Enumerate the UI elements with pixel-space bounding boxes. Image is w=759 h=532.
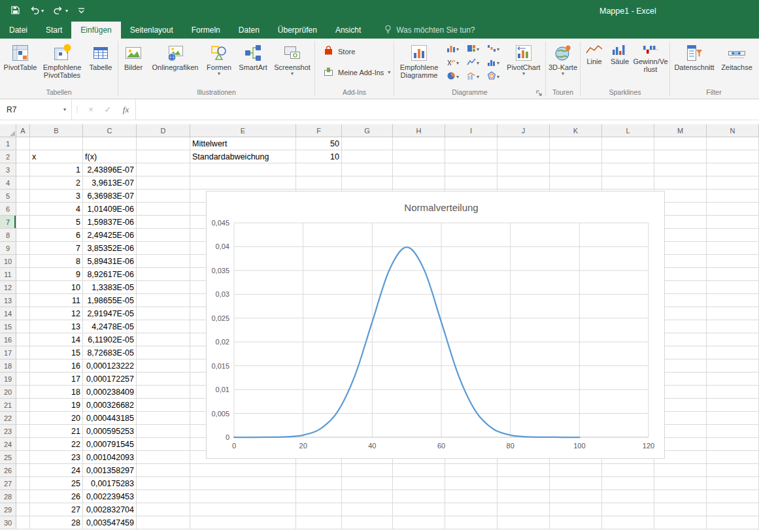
row-header-4[interactable]: 4 [0,176,16,190]
tab-daten[interactable]: Daten [229,22,269,39]
cell-N25[interactable] [707,451,759,464]
cell-B29[interactable]: 27 [30,503,83,516]
cell-M30[interactable] [654,516,707,529]
cell-K3[interactable] [550,163,602,176]
cell-A13[interactable] [16,294,30,307]
cell-N21[interactable] [707,399,759,412]
cell-I26[interactable] [445,464,498,477]
redo-button[interactable]: ▾ [54,5,68,17]
cell-B14[interactable]: 12 [30,307,83,320]
cell-B13[interactable]: 11 [30,294,83,307]
cell-C30[interactable]: 0,003547459 [83,516,137,529]
row-header-18[interactable]: 18 [0,359,16,373]
cell-D28[interactable] [137,490,190,503]
column-header-D[interactable]: D [137,124,190,137]
row-header-30[interactable]: 30 [0,516,16,529]
cell-D27[interactable] [137,477,190,490]
cell-A28[interactable] [16,490,30,503]
cell-N12[interactable] [707,281,759,294]
cell-A12[interactable] [16,281,30,294]
3d-map-button[interactable]: 3D-Karte ▾ [547,39,579,88]
cell-E1[interactable]: Mittelwert [190,137,296,150]
insert-line-chart-button[interactable]: ▾ [463,56,483,70]
cell-D5[interactable] [137,190,190,203]
cell-J1[interactable] [498,137,550,150]
cell-H3[interactable] [393,163,445,176]
cell-N10[interactable] [707,255,759,268]
cell-A8[interactable] [16,229,30,242]
cell-A9[interactable] [16,242,30,255]
row-header-10[interactable]: 10 [0,255,16,268]
cell-J3[interactable] [498,163,550,176]
select-all-corner[interactable] [0,124,16,137]
my-addins-button[interactable]: Meine Add-Ins ▾ [323,66,386,78]
cell-D21[interactable] [137,399,190,412]
row-header-19[interactable]: 19 [0,373,16,386]
cell-D11[interactable] [137,268,190,281]
cell-N20[interactable] [707,386,759,399]
row-header-24[interactable]: 24 [0,438,16,451]
cell-D13[interactable] [137,294,190,307]
cell-G26[interactable] [342,464,393,477]
row-header-8[interactable]: 8 [0,229,16,242]
cell-E3[interactable] [190,163,296,176]
cell-C24[interactable]: 0,000791545 [83,438,137,451]
row-header-20[interactable]: 20 [0,386,16,399]
cell-I2[interactable] [445,150,498,163]
cell-A23[interactable] [16,425,30,438]
smartart-button[interactable]: SmartArt [235,39,271,88]
cell-I4[interactable] [445,176,498,190]
cell-N28[interactable] [707,490,759,503]
cell-B24[interactable]: 22 [30,438,83,451]
online-pictures-button[interactable]: Onlinegrafiken [147,39,203,88]
cell-N26[interactable] [707,464,759,477]
table-button[interactable]: Tabelle [85,39,116,88]
cell-N16[interactable] [707,333,759,346]
cell-L26[interactable] [602,464,654,477]
cell-N4[interactable] [707,176,759,190]
formula-input[interactable] [136,99,759,120]
cell-F28[interactable] [296,490,342,503]
cell-B8[interactable]: 6 [30,229,83,242]
cell-D10[interactable] [137,255,190,268]
insert-scatter-chart-button[interactable]: ▾ [443,56,463,70]
cell-N18[interactable] [707,359,759,373]
cell-A7[interactable] [16,216,30,229]
row-header-23[interactable]: 23 [0,425,16,438]
column-header-K[interactable]: K [550,124,602,137]
cell-C16[interactable]: 6,11902E-05 [83,333,137,346]
cell-K4[interactable] [550,176,602,190]
cell-D25[interactable] [137,451,190,464]
cell-C4[interactable]: 3,9613E-07 [83,176,137,190]
row-header-9[interactable]: 9 [0,242,16,255]
row-header-13[interactable]: 13 [0,294,16,307]
cell-C26[interactable]: 0,001358297 [83,464,137,477]
column-header-G[interactable]: G [342,124,393,137]
cell-A3[interactable] [16,163,30,176]
cell-K28[interactable] [550,490,602,503]
cell-B19[interactable]: 17 [30,373,83,386]
cell-D17[interactable] [137,346,190,359]
cell-C15[interactable]: 4,2478E-05 [83,320,137,333]
insert-statistic-chart-button[interactable]: ▾ [483,56,503,70]
cell-C20[interactable]: 0,000238409 [83,386,137,399]
row-header-7[interactable]: 7 [0,216,16,229]
customize-quick-access-button[interactable] [78,5,85,17]
cell-N9[interactable] [707,242,759,255]
cell-C6[interactable]: 1,01409E-06 [83,203,137,216]
cell-M28[interactable] [654,490,707,503]
cell-H27[interactable] [393,477,445,490]
tab-formeln[interactable]: Formeln [182,22,229,39]
cell-C8[interactable]: 2,49425E-06 [83,229,137,242]
cell-L4[interactable] [602,176,654,190]
cell-N30[interactable] [707,516,759,529]
cell-J27[interactable] [498,477,550,490]
cell-B20[interactable]: 18 [30,386,83,399]
undo-button[interactable]: ▾ [29,5,44,17]
cell-G29[interactable] [342,503,393,516]
cell-L30[interactable] [602,516,654,529]
cell-M26[interactable] [654,464,707,477]
cell-C12[interactable]: 1,3383E-05 [83,281,137,294]
cell-D14[interactable] [137,307,190,320]
cell-I30[interactable] [445,516,498,529]
